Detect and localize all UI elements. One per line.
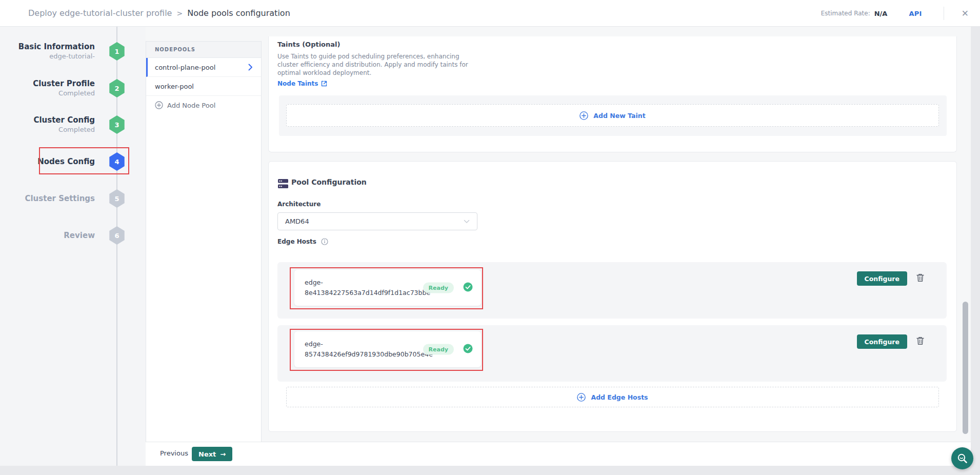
add-new-taint-button[interactable]: Add New Taint bbox=[286, 104, 939, 127]
nodepools-panel: NODEPOOLS control-plane-pool worker-pool… bbox=[146, 41, 262, 442]
edge-host-name: edge-857438426ef9d9781930dbe90b705e4e bbox=[305, 339, 436, 360]
step-5-badge: 5 bbox=[109, 189, 125, 208]
add-edge-hosts-label: Add Edge Hosts bbox=[591, 393, 648, 401]
arrow-right-icon: → bbox=[220, 450, 226, 458]
estimated-rate-value: N/A bbox=[874, 10, 888, 17]
next-button-label: Next bbox=[198, 450, 216, 458]
step-sublabel: edge-tutorial- bbox=[49, 52, 95, 61]
external-link-icon bbox=[321, 81, 327, 87]
chevron-right-icon bbox=[248, 64, 253, 72]
previous-button[interactable]: Previous bbox=[160, 449, 188, 457]
plus-circle-icon bbox=[155, 101, 163, 109]
magnifier-smile-icon bbox=[956, 452, 969, 465]
pool-configuration-heading: Pool Configuration bbox=[291, 178, 367, 186]
step-number: 5 bbox=[109, 189, 125, 208]
server-stack-icon bbox=[277, 179, 289, 190]
estimated-rate-label: Estimated Rate: bbox=[821, 10, 870, 17]
step-cluster-profile[interactable]: Cluster Profile Completed bbox=[8, 77, 95, 100]
edge-host-card: edge-857438426ef9d9781930dbe90b705e4e Re… bbox=[294, 331, 481, 367]
step-sublabel: Completed bbox=[58, 89, 95, 97]
wizard-body: Basic Information edge-tutorial- 1 Clust… bbox=[0, 27, 971, 466]
breadcrumb: Deploy edge-tutorial-cluster profile>Nod… bbox=[28, 8, 290, 18]
help-search-button[interactable] bbox=[951, 447, 973, 469]
taints-description: Use Taints to guide pod scheduling prefe… bbox=[277, 52, 471, 77]
step-review[interactable]: Review bbox=[8, 224, 95, 247]
step-number: 4 bbox=[109, 152, 125, 171]
step-4-badge: 4 bbox=[109, 152, 125, 171]
wizard-footer: Previous Next → bbox=[146, 442, 971, 466]
check-circle-icon bbox=[463, 282, 473, 293]
edge-host-card: edge-8e41384227563a7d14df9f1d1ac73bbe Re… bbox=[294, 270, 481, 306]
step-label: Basic Information bbox=[18, 42, 95, 52]
pool-configuration-card: Pool Configuration Architecture AMD64 Ed… bbox=[268, 161, 957, 432]
step-cluster-config[interactable]: Cluster Config Completed bbox=[8, 113, 95, 136]
nodepool-label: control-plane-pool bbox=[155, 64, 215, 71]
step-number: 6 bbox=[109, 226, 125, 245]
edge-host-row: edge-8e41384227563a7d14df9f1d1ac73bbe Re… bbox=[277, 262, 947, 319]
close-icon[interactable]: ✕ bbox=[959, 7, 971, 20]
vertical-scrollbar-thumb[interactable] bbox=[963, 302, 968, 434]
page-title: Node pools configuration bbox=[187, 8, 290, 18]
step-1-badge: 1 bbox=[109, 42, 125, 61]
architecture-label: Architecture bbox=[277, 201, 321, 208]
taints-empty-area: Add New Taint bbox=[279, 95, 947, 136]
step-label: Cluster Profile bbox=[33, 79, 95, 89]
nodepool-item-control-plane-pool[interactable]: control-plane-pool bbox=[146, 58, 261, 77]
edge-hosts-label: Edge Hosts bbox=[277, 238, 316, 245]
breadcrumb-profile: Deploy edge-tutorial-cluster profile bbox=[28, 8, 172, 18]
info-icon bbox=[321, 238, 328, 245]
plus-circle-icon bbox=[579, 111, 588, 120]
configure-button[interactable]: Configure bbox=[857, 271, 907, 286]
step-number: 3 bbox=[109, 115, 125, 134]
nodepools-header: NODEPOOLS bbox=[146, 42, 261, 58]
step-label: Review bbox=[64, 231, 95, 241]
add-edge-hosts-button[interactable]: Add Edge Hosts bbox=[286, 387, 939, 407]
step-6-badge: 6 bbox=[109, 226, 125, 245]
add-node-pool-label: Add Node Pool bbox=[167, 102, 215, 109]
step-sublabel: Completed bbox=[58, 125, 95, 134]
chevron-down-icon bbox=[464, 217, 470, 225]
wizard-header: Deploy edge-tutorial-cluster profile>Nod… bbox=[0, 0, 980, 27]
status-badge: Ready bbox=[423, 283, 454, 293]
add-node-pool-button[interactable]: Add Node Pool bbox=[146, 96, 261, 114]
step-2-badge: 2 bbox=[109, 79, 125, 97]
taints-heading: Taints (Optional) bbox=[277, 41, 340, 48]
trash-icon[interactable] bbox=[916, 273, 924, 284]
step-label: Cluster Settings bbox=[25, 194, 95, 204]
plus-circle-icon bbox=[577, 393, 586, 402]
header-divider bbox=[944, 7, 944, 20]
step-cluster-settings[interactable]: Cluster Settings bbox=[8, 187, 95, 210]
api-link[interactable]: API bbox=[909, 10, 922, 17]
step-basic-information[interactable]: Basic Information edge-tutorial- bbox=[8, 40, 95, 63]
node-taints-link-label: Node Taints bbox=[277, 80, 318, 87]
architecture-value: AMD64 bbox=[285, 217, 309, 225]
nodepool-label: worker-pool bbox=[155, 83, 194, 90]
step-3-badge: 3 bbox=[109, 115, 125, 134]
node-taints-link[interactable]: Node Taints bbox=[277, 80, 327, 87]
step-label: Nodes Config bbox=[37, 157, 95, 167]
next-button[interactable]: Next → bbox=[192, 447, 232, 461]
breadcrumb-separator: > bbox=[176, 9, 183, 17]
trash-icon[interactable] bbox=[916, 337, 924, 347]
add-new-taint-label: Add New Taint bbox=[593, 112, 645, 120]
edge-host-row: edge-857438426ef9d9781930dbe90b705e4e Re… bbox=[277, 325, 947, 382]
step-number: 2 bbox=[109, 79, 125, 97]
step-nodes-config[interactable]: Nodes Config bbox=[8, 150, 95, 173]
step-number: 1 bbox=[109, 42, 125, 61]
configure-button[interactable]: Configure bbox=[857, 334, 907, 349]
edge-host-name: edge-8e41384227563a7d14df9f1d1ac73bbe bbox=[305, 278, 436, 298]
taints-section-card: Taints (Optional) Use Taints to guide po… bbox=[268, 36, 957, 152]
step-label: Cluster Config bbox=[33, 115, 95, 125]
steps-sidebar: Basic Information edge-tutorial- 1 Clust… bbox=[0, 27, 146, 466]
nodepool-item-worker-pool[interactable]: worker-pool bbox=[146, 77, 261, 96]
check-circle-icon bbox=[463, 344, 473, 355]
deploy-cluster-wizard: Deploy edge-tutorial-cluster profile>Nod… bbox=[0, 0, 980, 475]
status-badge: Ready bbox=[423, 344, 454, 355]
architecture-select[interactable]: AMD64 bbox=[277, 212, 477, 230]
